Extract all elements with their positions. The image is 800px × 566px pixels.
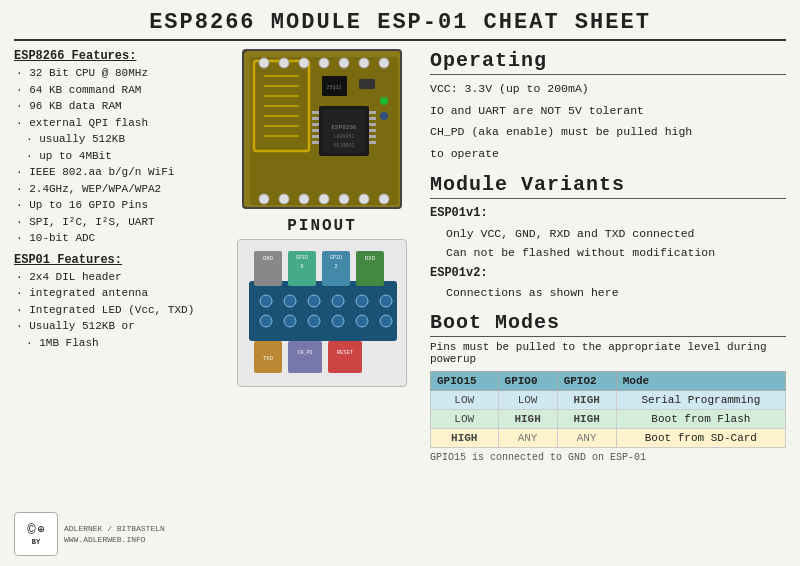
svg-text:CH_PD: CH_PD bbox=[297, 350, 312, 356]
svg-text:0: 0 bbox=[300, 264, 303, 270]
svg-point-68 bbox=[380, 315, 392, 327]
esp01v2-label: ESP01v2: bbox=[430, 263, 786, 283]
esp01v1-detail-1: Can not be flashed without modification bbox=[430, 243, 786, 263]
list-item: up to 4MBit bbox=[16, 148, 214, 165]
boot-row-flash: LOW HIGH HIGH Boot from Flash bbox=[431, 409, 786, 428]
svg-rect-46 bbox=[249, 281, 397, 341]
svg-text:25Q32: 25Q32 bbox=[326, 85, 341, 91]
esp8266-features: ESP8266 Features: 32 Bit CPU @ 80MHz 64 … bbox=[14, 49, 214, 247]
col-gpio15: GPIO15 bbox=[431, 371, 499, 390]
list-item: external QPI flash bbox=[16, 115, 214, 132]
esp8266-feature-list: 32 Bit CPU @ 80MHz 64 KB command RAM 96 … bbox=[14, 65, 214, 247]
svg-rect-19 bbox=[312, 135, 319, 138]
boot-title: Boot Modes bbox=[430, 311, 786, 337]
cell-mode-1: Boot from Flash bbox=[616, 409, 785, 428]
page: ESP8266 Module ESP-01 Cheat Sheet ESP826… bbox=[0, 0, 800, 566]
list-item: usually 512KB bbox=[16, 131, 214, 148]
boot-section: Boot Modes Pins must be pulled to the ap… bbox=[430, 311, 786, 463]
svg-text:GPIO: GPIO bbox=[296, 255, 308, 261]
svg-point-33 bbox=[319, 194, 329, 204]
svg-text:GND: GND bbox=[263, 255, 274, 262]
left-column: ESP8266 Features: 32 Bit CPU @ 80MHz 64 … bbox=[14, 49, 214, 556]
svg-rect-18 bbox=[312, 129, 319, 132]
by-icon: ⊕ bbox=[38, 522, 45, 538]
page-title: ESP8266 Module ESP-01 Cheat Sheet bbox=[14, 10, 786, 41]
svg-rect-73 bbox=[328, 341, 362, 373]
list-item: 64 KB command RAM bbox=[16, 82, 214, 99]
svg-point-64 bbox=[332, 315, 344, 327]
logo-area: © ⊕ BY ADLERNEK / BITBASTELN WWW.ADLERWE… bbox=[14, 506, 214, 556]
svg-point-32 bbox=[299, 194, 309, 204]
cell-mode-0: Serial Programming bbox=[616, 390, 785, 409]
svg-point-43 bbox=[379, 58, 389, 68]
svg-point-30 bbox=[259, 194, 269, 204]
svg-rect-23 bbox=[369, 123, 376, 126]
list-item: Usually 512KB or bbox=[16, 318, 214, 335]
cell-g0-1: HIGH bbox=[498, 409, 557, 428]
svg-point-57 bbox=[260, 295, 272, 307]
svg-rect-29 bbox=[359, 79, 375, 89]
cc-badge: © ⊕ BY bbox=[14, 512, 58, 556]
svg-point-61 bbox=[308, 295, 320, 307]
svg-rect-22 bbox=[369, 117, 376, 120]
list-item: 2.4GHz, WEP/WPA/WPA2 bbox=[16, 181, 214, 198]
logo-text: ADLERNEK / BITBASTELN WWW.ADLERWEB.INFO bbox=[64, 523, 165, 545]
svg-point-63 bbox=[332, 295, 344, 307]
variants-section: Module Variants ESP01v1: Only VCC, GND, … bbox=[430, 173, 786, 302]
boot-note: Pins must be pulled to the appropriate l… bbox=[430, 341, 786, 365]
logo-line1: ADLERNEK / BITBASTELN bbox=[64, 523, 165, 534]
list-item: IEEE 802.aa b/g/n WiFi bbox=[16, 164, 214, 181]
svg-point-39 bbox=[299, 58, 309, 68]
cell-g2-1: HIGH bbox=[557, 409, 616, 428]
boot-table-head: GPIO15 GPIO0 GPIO2 Mode bbox=[431, 371, 786, 390]
svg-point-36 bbox=[379, 194, 389, 204]
list-item: Up to 16 GPIO Pins bbox=[16, 197, 214, 214]
col-gpio2: GPIO2 bbox=[557, 371, 616, 390]
boot-table-body: LOW LOW HIGH Serial Programming LOW HIGH… bbox=[431, 390, 786, 447]
operating-section: Operating VCC: 3.3V (up to 200mA) IO and… bbox=[430, 49, 786, 165]
svg-text:L80A952: L80A952 bbox=[333, 134, 354, 140]
svg-rect-20 bbox=[312, 141, 319, 144]
svg-text:2: 2 bbox=[334, 264, 337, 270]
svg-point-34 bbox=[339, 194, 349, 204]
list-item: 1MB Flash bbox=[16, 335, 214, 352]
list-item: 2x4 DIL header bbox=[16, 269, 214, 286]
cell-g0-0: LOW bbox=[498, 390, 557, 409]
cell-g2-0: HIGH bbox=[557, 390, 616, 409]
cell-mode-2: Boot from SD-Card bbox=[616, 428, 785, 447]
list-item: 10-bit ADC bbox=[16, 230, 214, 247]
middle-column: ESP8266 L80A952 5E1M092 bbox=[222, 49, 422, 556]
cell-g0-2: ANY bbox=[498, 428, 557, 447]
svg-rect-24 bbox=[369, 129, 376, 132]
cc-icon: © bbox=[27, 522, 35, 538]
svg-point-60 bbox=[284, 315, 296, 327]
boot-header-row: GPIO15 GPIO0 GPIO2 Mode bbox=[431, 371, 786, 390]
svg-point-45 bbox=[380, 112, 388, 120]
boot-row-sdcard: HIGH ANY ANY Boot from SD-Card bbox=[431, 428, 786, 447]
module-image: ESP8266 L80A952 5E1M092 bbox=[242, 49, 402, 209]
svg-point-35 bbox=[359, 194, 369, 204]
main-content: ESP8266 Features: 32 Bit CPU @ 80MHz 64 … bbox=[14, 49, 786, 556]
svg-point-59 bbox=[284, 295, 296, 307]
svg-text:RXD: RXD bbox=[365, 255, 376, 262]
operating-content: VCC: 3.3V (up to 200mA) IO and UART are … bbox=[430, 79, 786, 163]
pcb-svg: ESP8266 L80A952 5E1M092 bbox=[244, 51, 402, 209]
svg-point-44 bbox=[380, 97, 388, 105]
op-line-3: to operate bbox=[430, 144, 786, 164]
cell-g15-2: HIGH bbox=[431, 428, 499, 447]
cc-by-label: BY bbox=[32, 538, 40, 546]
col-gpio0: GPIO0 bbox=[498, 371, 557, 390]
logo-line2: WWW.ADLERWEB.INFO bbox=[64, 534, 165, 545]
list-item: 32 Bit CPU @ 80MHz bbox=[16, 65, 214, 82]
svg-rect-71 bbox=[288, 341, 322, 373]
list-item: Integrated LED (Vcc, TXD) bbox=[16, 302, 214, 319]
svg-point-42 bbox=[359, 58, 369, 68]
svg-rect-16 bbox=[312, 117, 319, 120]
operating-title: Operating bbox=[430, 49, 786, 75]
esp8266-heading: ESP8266 Features: bbox=[14, 49, 214, 63]
pinout-label: Pinout bbox=[287, 217, 357, 235]
variants-content: ESP01v1: Only VCC, GND, RXD and TXD conn… bbox=[430, 203, 786, 302]
svg-rect-26 bbox=[369, 141, 376, 144]
svg-point-38 bbox=[279, 58, 289, 68]
esp01-heading: ESP01 Features: bbox=[14, 253, 214, 267]
